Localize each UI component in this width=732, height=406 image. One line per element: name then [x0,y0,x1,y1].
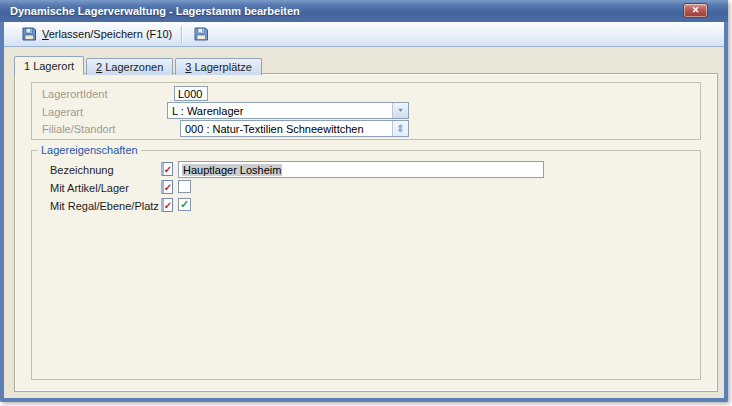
lagerortident-label: LagerortIdent [42,88,107,101]
save-icon [21,26,37,42]
tab-lagerplaetze[interactable]: 3Lagerplätze [175,58,262,75]
group-title: Lagereigenschaften [38,144,141,156]
window-body: Verlassen/Speichern (F10) 1Lagerort [4,22,724,398]
checkmark-icon: ✓ [180,199,189,210]
mit-artikel-lager-label: Mit Artikel/Lager [50,182,129,195]
close-icon: ✕ [692,6,700,15]
bezeichnung-label: Bezeichnung [50,164,114,177]
filiale-combobox[interactable]: 000 : Natur-Textilien Schneewittchen ⇕ [180,120,409,137]
toolbar-separator [181,26,182,43]
groupbox-stammdaten: LagerortIdent Lagerart L : Warenlager ▼ … [31,82,701,140]
toolbar: Verlassen/Speichern (F10) [4,22,724,47]
screen: Dynamische Lagerverwaltung - Lagerstamm … [0,0,732,406]
filiale-value: 000 : Natur-Textilien Schneewittchen [181,123,392,135]
up-down-arrows-icon: ⇕ [396,124,404,134]
modified-doc-check-icon: ✓ [161,180,173,194]
close-button[interactable]: ✕ [683,3,708,18]
lagerart-combobox[interactable]: L : Warenlager ▼ [167,102,409,119]
filiale-label: Filiale/Standort [42,123,115,136]
tabstrip: 1Lagerort 2Lagerzonen 3Lagerplätze [14,56,264,75]
tab-lagerort[interactable]: 1Lagerort [14,56,84,75]
mit-regal-ebene-platz-checkbox[interactable]: ✓ [178,198,191,211]
groupbox-lagereigenschaften: Lagereigenschaften Bezeichnung ✓ Hauptla… [31,150,701,380]
tabpage-lagerort: LagerortIdent Lagerart L : Warenlager ▼ … [14,73,718,392]
save-icon [193,26,209,42]
tab-lagerzonen[interactable]: 2Lagerzonen [86,58,173,75]
save-exit-button[interactable]: Verlassen/Speichern (F10) [16,24,177,45]
app-window: Dynamische Lagerverwaltung - Lagerstamm … [0,0,728,402]
mit-regal-ebene-platz-label: Mit Regal/Ebene/Platz [50,200,159,213]
filiale-spinner-button[interactable]: ⇕ [392,121,408,136]
chevron-down-icon: ▼ [397,108,404,114]
mit-artikel-lager-checkbox[interactable] [178,180,191,193]
lagerortident-input[interactable] [174,86,208,101]
bezeichnung-value: Hauptlager Losheim [182,164,282,176]
save-button[interactable] [188,24,214,45]
modified-doc-check-icon: ✓ [161,162,173,176]
lagerart-value: L : Warenlager [168,105,392,117]
lagerart-label: Lagerart [42,106,83,119]
window-title: Dynamische Lagerverwaltung - Lagerstamm … [0,5,300,17]
save-exit-label: Verlassen/Speichern (F10) [42,28,172,40]
titlebar[interactable]: Dynamische Lagerverwaltung - Lagerstamm … [0,0,728,22]
lagerart-dropdown-button[interactable]: ▼ [392,103,408,118]
bezeichnung-input[interactable]: Hauptlager Losheim [178,161,544,178]
modified-doc-check-icon: ✓ [161,198,173,212]
